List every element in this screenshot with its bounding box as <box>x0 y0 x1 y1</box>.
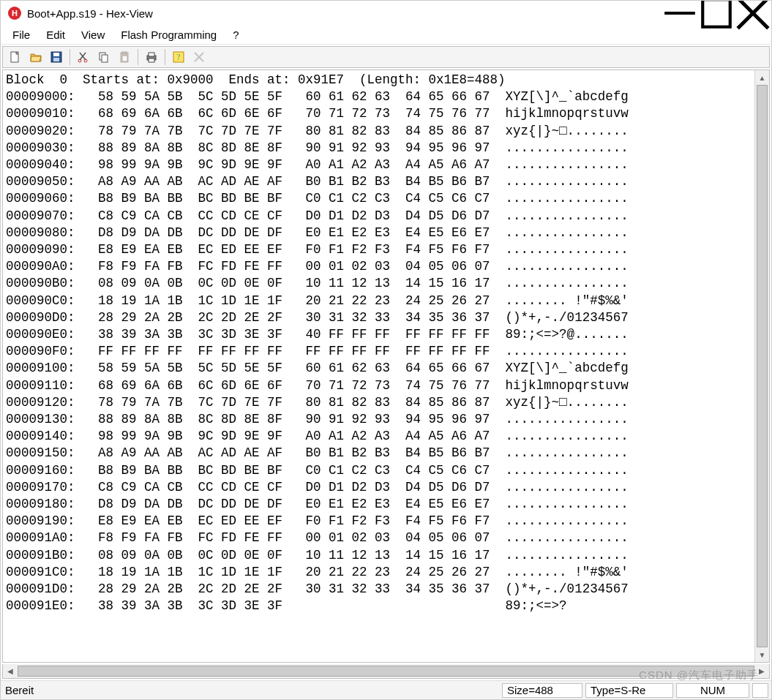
scroll-up-icon[interactable]: ▲ <box>755 70 769 85</box>
toolbar-separator <box>70 49 70 65</box>
menu-file[interactable]: File <box>5 27 37 42</box>
statusbar: Bereit Size=488 Type=S-Re NUM <box>1 680 771 699</box>
open-button[interactable] <box>26 48 45 66</box>
new-file-button[interactable] <box>6 48 25 66</box>
copy-button[interactable] <box>94 48 113 66</box>
menu-help[interactable]: ? <box>225 27 246 42</box>
svg-text:?: ? <box>176 52 180 62</box>
print-button[interactable] <box>142 48 161 66</box>
save-button[interactable] <box>47 48 66 66</box>
svg-rect-7 <box>53 58 59 61</box>
scroll-thumb[interactable] <box>18 666 754 677</box>
scroll-thumb[interactable] <box>757 85 768 647</box>
paste-button[interactable] <box>115 48 134 66</box>
menu-flash[interactable]: Flash Programming <box>113 27 224 42</box>
menu-view[interactable]: View <box>74 27 112 42</box>
toolbar-separator <box>165 49 165 65</box>
hex-view-panel: Block 0 Starts at: 0x9000 Ends at: 0x91E… <box>2 69 770 663</box>
svg-rect-18 <box>149 53 154 56</box>
menu-edit[interactable]: Edit <box>39 27 72 42</box>
horizontal-scrollbar[interactable]: ◀ ▶ <box>2 664 770 679</box>
status-ready: Bereit <box>4 684 34 696</box>
hex-content[interactable]: Block 0 Starts at: 0x9000 Ends at: 0x91E… <box>3 70 754 662</box>
close-button[interactable] <box>735 1 771 26</box>
menubar: File Edit View Flash Programming ? <box>1 26 771 45</box>
status-size: Size=488 <box>502 683 582 698</box>
status-empty <box>752 683 768 698</box>
titlebar: H Boot+App.s19 - Hex-View <box>1 1 771 26</box>
toolbar: ? <box>2 46 770 68</box>
delete-button[interactable] <box>190 48 209 66</box>
scroll-right-icon[interactable]: ▶ <box>754 664 769 678</box>
scroll-left-icon[interactable]: ◀ <box>3 664 18 678</box>
svg-rect-6 <box>53 53 59 56</box>
svg-rect-1 <box>702 0 730 27</box>
cut-button[interactable] <box>74 48 93 66</box>
svg-rect-13 <box>102 55 108 62</box>
svg-rect-16 <box>122 56 127 61</box>
svg-rect-19 <box>149 59 154 62</box>
vertical-scrollbar[interactable]: ▲ ▼ <box>754 70 769 662</box>
svg-rect-15 <box>122 52 127 54</box>
help-button[interactable]: ? <box>169 48 188 66</box>
maximize-button[interactable] <box>698 1 735 26</box>
minimize-button[interactable] <box>662 1 698 26</box>
toolbar-separator <box>138 49 138 65</box>
app-icon: H <box>8 7 21 20</box>
scroll-down-icon[interactable]: ▼ <box>755 647 769 662</box>
status-type: Type=S-Re <box>585 683 673 698</box>
window-title: Boot+App.s19 - Hex-View <box>27 7 153 20</box>
status-num: NUM <box>676 683 749 698</box>
